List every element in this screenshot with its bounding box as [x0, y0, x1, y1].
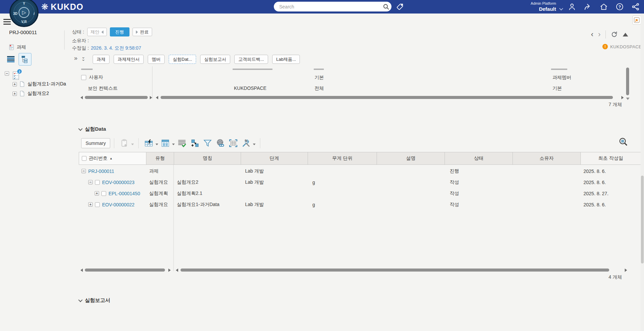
scroll-right-icon[interactable]: [168, 269, 171, 272]
help-icon[interactable]: ?: [615, 2, 624, 11]
select-all-checkbox[interactable]: [82, 156, 87, 161]
column-header-desc[interactable]: 설명: [377, 152, 445, 165]
list-view-button[interactable]: [4, 53, 17, 66]
page-scrollbar-track[interactable]: [641, 14, 644, 331]
object-id-link[interactable]: EPL-00001450: [109, 191, 140, 196]
page-scrollbar-thumb[interactable]: [641, 176, 644, 263]
hscrollbar-thumb[interactable]: [181, 269, 609, 272]
scroll-right-icon[interactable]: [621, 96, 624, 99]
next-record-icon[interactable]: ›: [598, 31, 600, 38]
search-icon[interactable]: [382, 3, 390, 10]
view-layout-icon[interactable]: [161, 138, 170, 148]
table-row[interactable]: − EOV-00000023 실험개요 실험개요2 Lab 개발 g 작성 20…: [79, 177, 641, 188]
hscrollbar-thumb[interactable]: [85, 96, 148, 99]
cell-type: 기본: [314, 75, 324, 81]
menu-icon[interactable]: [3, 19, 11, 25]
table-row[interactable]: − PRJ-000011 과제 Lab 개발 진행 2025. 8. 6.: [79, 166, 641, 177]
tools-icon[interactable]: [241, 138, 251, 148]
object-id-link[interactable]: PRJ-000011: [88, 169, 114, 174]
tree-item-label[interactable]: 실험개요2: [27, 91, 49, 97]
table-row[interactable]: + EOV-00000022 실험개요 실험개요1-과거Data Lab 개발 …: [79, 199, 641, 210]
grid-search-icon[interactable]: [618, 137, 628, 147]
tab-lab-product[interactable]: Lab제품...: [272, 55, 300, 64]
more-tabs-icon[interactable]: »: [74, 55, 77, 61]
hscrollbar-thumb[interactable]: [85, 269, 165, 272]
row-checkbox[interactable]: [95, 180, 100, 185]
column-header-stage[interactable]: 단계: [241, 152, 308, 165]
section-experiment-data[interactable]: 실험Data: [78, 126, 106, 132]
column-header-type[interactable]: 유형: [146, 152, 174, 165]
row-expander[interactable]: −: [81, 169, 86, 173]
hscrollbar-thumb[interactable]: [161, 96, 613, 99]
tree-item-expander[interactable]: +: [13, 92, 17, 96]
column-header-name[interactable]: 명칭: [174, 152, 241, 165]
tree-item-label[interactable]: 실험개요1-과거Da: [27, 81, 66, 87]
column-header-owner[interactable]: 소유자: [513, 152, 581, 165]
share-arrow-icon[interactable]: [583, 2, 592, 11]
brand-logo[interactable]: ❋ KUKDO: [41, 0, 84, 14]
status-prev-button[interactable]: 제안: [87, 28, 107, 36]
tag-icon[interactable]: [396, 2, 404, 11]
row-expander[interactable]: −: [88, 180, 93, 184]
tree-item-expander[interactable]: +: [13, 82, 17, 86]
object-id-link[interactable]: EOV-00000023: [102, 180, 135, 185]
tab-proposal[interactable]: 과제제안서: [114, 55, 144, 64]
refresh-icon[interactable]: [611, 31, 618, 38]
column-header-unit[interactable]: 무게 단위: [308, 152, 377, 165]
tree-root-expander[interactable]: −: [5, 71, 9, 76]
tab-customer-feedback[interactable]: 고객피드백...: [234, 55, 268, 64]
row-checkbox[interactable]: [95, 202, 100, 207]
web-link-icon[interactable]: [216, 138, 225, 148]
object-id-link[interactable]: EOV-00000022: [102, 202, 135, 207]
sidebar-item-project[interactable]: 과제: [9, 44, 26, 50]
tab-experiment-report[interactable]: 실험보고서: [200, 55, 230, 64]
experiment-summary-icon[interactable]: 2: [12, 71, 20, 80]
table-row: 사용자: [81, 74, 103, 80]
caret-down-icon[interactable]: [156, 144, 158, 147]
caret-down-icon[interactable]: [172, 144, 175, 147]
row-checkbox[interactable]: [101, 191, 106, 196]
tree-view-button[interactable]: [19, 53, 31, 66]
scroll-right-icon[interactable]: [625, 269, 627, 272]
select-table-icon[interactable]: [229, 138, 238, 148]
search-input[interactable]: [279, 4, 382, 9]
scroll-down-icon[interactable]: [626, 98, 629, 100]
filter-icon[interactable]: [203, 138, 212, 148]
modified-value[interactable]: 2026. 3. 4. 오전 9:58:07: [91, 45, 141, 51]
prev-record-icon[interactable]: ‹: [591, 31, 593, 38]
scroll-left-icon[interactable]: [80, 269, 83, 272]
row-expander[interactable]: +: [88, 202, 93, 207]
caret-down-icon[interactable]: [253, 144, 256, 147]
status-current-button[interactable]: 진행: [110, 27, 129, 36]
platform-value: Default: [514, 6, 556, 12]
column-header-status[interactable]: 상태: [445, 152, 513, 165]
add-related-icon[interactable]: [190, 138, 199, 148]
table-row[interactable]: + EPL-00001450 실험계획 실험계획2.1 작성 2025. 8. …: [79, 188, 641, 199]
platform-switcher[interactable]: Admin Platform Default: [514, 1, 556, 12]
scroll-left-icon[interactable]: [156, 96, 158, 99]
user-icon[interactable]: [568, 2, 576, 11]
dock-panel-icon[interactable]: [633, 16, 641, 25]
home-icon[interactable]: [599, 2, 608, 11]
section-experiment-report[interactable]: 실험보고서: [78, 297, 110, 304]
share-network-icon[interactable]: [631, 2, 640, 11]
scroll-right-icon[interactable]: [150, 96, 152, 99]
tab-members[interactable]: 멤버: [148, 55, 165, 64]
collapse-panel-icon[interactable]: [623, 33, 628, 36]
row-expander[interactable]: +: [95, 191, 99, 196]
vscrollbar-thumb[interactable]: [626, 68, 629, 95]
scroll-left-icon[interactable]: [80, 96, 83, 99]
scroll-left-icon[interactable]: [176, 269, 178, 272]
tab-experiment-data[interactable]: 실험Dat...: [169, 55, 196, 64]
create-object-icon[interactable]: [144, 138, 153, 148]
column-header-id[interactable]: 관리번호 ▲: [79, 152, 146, 165]
status-next-button[interactable]: 완료: [133, 28, 152, 36]
chevron-down-icon[interactable]: [559, 6, 563, 10]
row-checkbox[interactable]: [81, 75, 86, 80]
product-badge-logo[interactable]: Y 3D i V,R ▷: [9, 0, 39, 27]
checklist-icon[interactable]: [177, 138, 187, 148]
tab-project[interactable]: 과제: [93, 55, 110, 64]
summary-button[interactable]: Summary: [81, 138, 110, 148]
expand-tabs-icon[interactable]: ⌄ ⌄: [81, 56, 85, 60]
column-header-created[interactable]: 최초 작성일: [581, 152, 641, 165]
